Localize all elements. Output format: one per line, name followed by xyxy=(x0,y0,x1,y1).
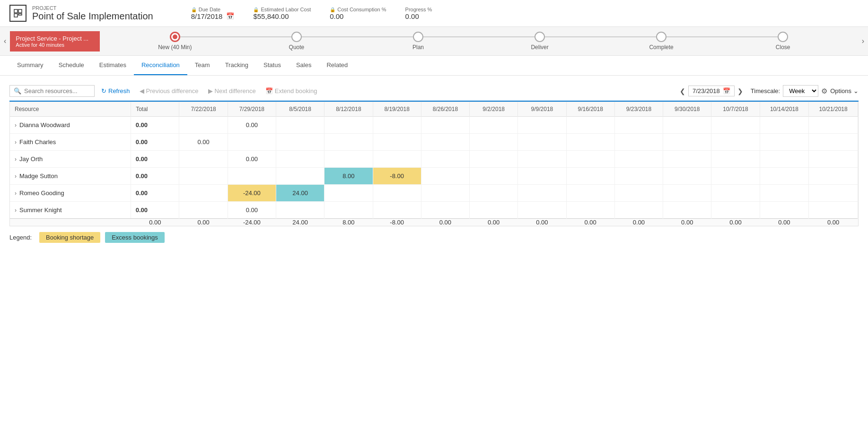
resource-name-cell-2[interactable]: ›Jay Orth xyxy=(10,151,131,167)
col-header-date-4: 8/19/2018 xyxy=(373,102,421,117)
data-cell-3-3: 8.00 xyxy=(324,168,373,185)
footer-total-cell-6: 0.00 xyxy=(421,219,469,226)
next-difference-button[interactable]: ▶ Next difference xyxy=(205,86,259,96)
stage-label-new: New (40 Min) xyxy=(158,44,192,51)
resource-name-cell-5[interactable]: ›Summer Knight xyxy=(10,202,131,218)
prev-difference-button[interactable]: ◀ Previous difference xyxy=(137,86,202,96)
total-cell-5: 0.00 xyxy=(131,202,179,219)
project-label: PROJECT xyxy=(32,5,153,11)
footer-total-cell-5: -8.00 xyxy=(373,219,421,226)
stage-next-button[interactable]: › xyxy=(858,37,868,45)
stage-item-quote[interactable]: Quote xyxy=(236,32,357,51)
data-cell-3-1 xyxy=(228,168,276,185)
stage-label-deliver: Deliver xyxy=(531,44,548,51)
expand-chevron-icon[interactable]: › xyxy=(15,122,17,129)
resource-name-cell-4[interactable]: ›Romeo Gooding xyxy=(10,185,131,201)
stage-bar-active-project[interactable]: Project Service - Project ... Active for… xyxy=(10,31,100,52)
data-cell-1-2 xyxy=(276,134,324,151)
data-cell-2-8 xyxy=(566,151,614,168)
stage-item-complete[interactable]: Complete xyxy=(601,32,722,51)
data-cell-4-11 xyxy=(711,185,760,202)
data-cell-5-8 xyxy=(566,202,614,219)
stage-item-new[interactable]: New (40 Min) xyxy=(114,32,236,51)
progress-label: Progress % xyxy=(405,7,432,12)
expand-chevron-icon[interactable]: › xyxy=(15,207,17,214)
footer-total-cell-8: 0.00 xyxy=(518,219,566,226)
data-cell-0-2 xyxy=(276,117,324,134)
expand-chevron-icon[interactable]: › xyxy=(15,156,17,163)
data-cell-4-2: 24.00 xyxy=(276,185,324,202)
project-identity: PROJECT Point of Sale Implementation xyxy=(9,5,153,22)
project-icon xyxy=(9,5,26,22)
data-cell-2-12 xyxy=(760,151,809,168)
options-button[interactable]: Options ⌄ xyxy=(830,87,859,95)
stage-item-plan[interactable]: Plan xyxy=(357,32,479,51)
cost-consumption-lock-icon xyxy=(330,7,335,12)
data-cell-2-5 xyxy=(421,151,469,168)
tab-related[interactable]: Related xyxy=(319,56,355,75)
expand-chevron-icon[interactable]: › xyxy=(15,190,17,197)
data-cell-5-11 xyxy=(711,202,760,219)
data-cell-3-8 xyxy=(566,168,614,185)
tab-estimates[interactable]: Estimates xyxy=(92,56,134,75)
timescale-select[interactable]: Week Day Month xyxy=(783,85,818,97)
tab-summary[interactable]: Summary xyxy=(9,56,51,75)
data-cell-5-10 xyxy=(663,202,711,219)
tab-status[interactable]: Status xyxy=(256,56,289,75)
data-cell-5-2 xyxy=(276,202,324,219)
stage-item-close[interactable]: Close xyxy=(722,32,844,51)
project-title: Point of Sale Implementation xyxy=(32,11,153,22)
data-cell-3-6 xyxy=(470,168,518,185)
stage-circle-complete xyxy=(656,32,666,42)
data-cell-2-1: 0.00 xyxy=(228,151,276,168)
data-cell-5-13 xyxy=(809,202,858,219)
expand-chevron-icon[interactable]: › xyxy=(15,173,17,180)
tab-reconciliation[interactable]: Reconciliation xyxy=(134,56,187,75)
stages-track: New (40 Min)QuotePlanDeliverCompleteClos… xyxy=(100,27,858,55)
footer-total-cell-0: 0.00 xyxy=(131,219,179,226)
calendar-picker-icon[interactable]: 📅 xyxy=(723,87,730,95)
data-cell-1-1 xyxy=(228,134,276,151)
data-cell-3-11 xyxy=(711,168,760,185)
stage-prev-button[interactable]: ‹ xyxy=(0,37,10,45)
tab-team[interactable]: Team xyxy=(187,56,218,75)
expand-chevron-icon[interactable]: › xyxy=(15,139,17,146)
data-cell-4-7 xyxy=(518,185,566,202)
tab-sales[interactable]: Sales xyxy=(289,56,319,75)
data-cell-4-12 xyxy=(760,185,809,202)
search-input[interactable] xyxy=(24,87,90,95)
date-input-box[interactable]: 7/23/2018 📅 xyxy=(688,86,735,96)
resource-name-cell-1[interactable]: ›Faith Charles xyxy=(10,134,131,150)
tab-tracking[interactable]: Tracking xyxy=(218,56,256,75)
resource-name-cell-0[interactable]: ›Dianna Woodward xyxy=(10,117,131,133)
footer-total-cell-9: 0.00 xyxy=(566,219,614,226)
date-next-button[interactable]: ❯ xyxy=(737,87,743,95)
footer-total-cell-7: 0.00 xyxy=(470,219,518,226)
col-header-date-8: 9/16/2018 xyxy=(566,102,614,117)
stage-circle-quote xyxy=(291,32,302,42)
stage-label-complete: Complete xyxy=(649,44,673,51)
data-cell-5-9 xyxy=(614,202,663,219)
due-date-label: Due Date xyxy=(191,7,220,12)
data-cell-4-9 xyxy=(614,185,663,202)
extend-booking-button[interactable]: 📅 Extend booking xyxy=(263,86,320,96)
stage-circle-plan xyxy=(413,32,423,42)
refresh-button[interactable]: ↻ Refresh xyxy=(98,86,133,96)
data-cell-0-7 xyxy=(518,117,566,134)
resource-name-cell-3[interactable]: ›Madge Sutton xyxy=(10,168,131,184)
search-box[interactable]: 🔍 xyxy=(9,85,95,97)
col-header-date-9: 9/23/2018 xyxy=(614,102,663,117)
data-cell-3-5 xyxy=(421,168,469,185)
calendar-icon[interactable]: 📅 xyxy=(226,12,234,20)
total-cell-0: 0.00 xyxy=(131,117,179,134)
due-date-value: 8/17/2018 xyxy=(191,12,223,20)
col-header-date-11: 10/7/2018 xyxy=(711,102,760,117)
stage-item-deliver[interactable]: Deliver xyxy=(479,32,601,51)
data-cell-0-8 xyxy=(566,117,614,134)
col-header-date-6: 9/2/2018 xyxy=(470,102,518,117)
data-cell-1-0: 0.00 xyxy=(179,134,228,151)
data-cell-2-10 xyxy=(663,151,711,168)
data-cell-0-5 xyxy=(421,117,469,134)
tab-schedule[interactable]: Schedule xyxy=(51,56,92,75)
date-prev-button[interactable]: ❮ xyxy=(680,87,685,95)
